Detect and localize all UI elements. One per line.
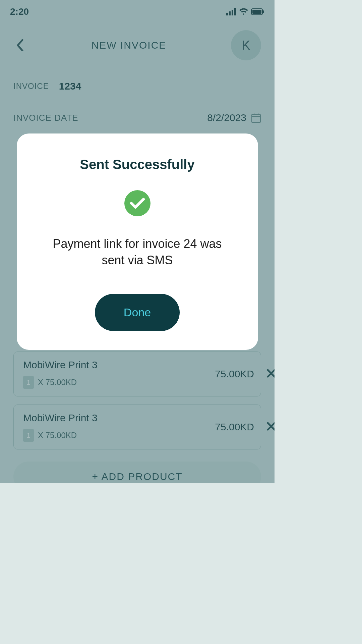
success-modal: Sent Successfully Payment link for invoi… bbox=[17, 133, 258, 350]
checkmark-icon bbox=[130, 197, 145, 209]
modal-title: Sent Successfully bbox=[80, 157, 194, 172]
done-button[interactable]: Done bbox=[95, 294, 180, 331]
success-icon bbox=[124, 190, 150, 216]
modal-message: Payment link for invoice 24 was sent via… bbox=[44, 236, 231, 268]
modal-overlay: Sent Successfully Payment link for invoi… bbox=[0, 0, 275, 483]
